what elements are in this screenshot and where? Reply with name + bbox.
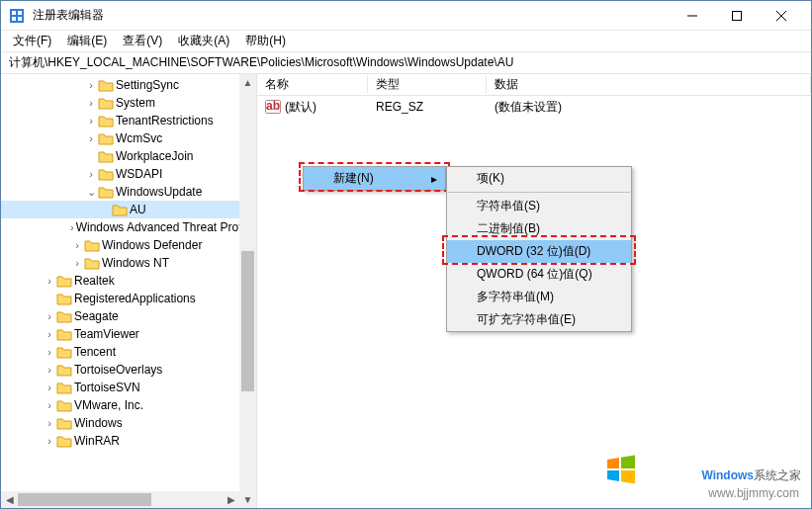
submenu-string[interactable]: 字符串值(S) (447, 195, 631, 217)
expand-icon[interactable]: › (70, 239, 84, 251)
list-row[interactable]: ab(默认) REG_SZ (数值未设置) (257, 98, 811, 116)
value-name: (默认) (285, 100, 316, 114)
close-button[interactable] (759, 2, 803, 30)
tree-item[interactable]: ›System (1, 94, 239, 112)
list-pane: 名称 类型 数据 ab(默认) REG_SZ (数值未设置) 新建(N) ▸ 项… (257, 74, 811, 508)
tree-item[interactable]: ›VMware, Inc. (1, 396, 239, 414)
folder-icon (56, 398, 72, 412)
column-type[interactable]: 类型 (368, 76, 487, 93)
expand-icon[interactable]: › (43, 275, 56, 287)
scroll-up-button[interactable]: ▲ (239, 74, 256, 91)
tree-item[interactable]: ›Windows Defender (1, 236, 239, 254)
tree-item-label: WSDAPI (116, 167, 162, 181)
address-bar[interactable]: 计算机\HKEY_LOCAL_MACHINE\SOFTWARE\Policies… (1, 52, 811, 74)
expand-icon[interactable]: › (43, 435, 56, 447)
expand-icon[interactable]: › (43, 382, 56, 393)
menu-separator (448, 192, 630, 193)
tree-item[interactable]: ⌄WindowsUpdate (1, 183, 239, 201)
tree-item[interactable]: ›TortoiseSVN (1, 379, 239, 396)
tree-vertical-scrollbar[interactable]: ▲ ▼ (239, 74, 256, 508)
scroll-left-button[interactable]: ◀ (1, 491, 18, 508)
menu-help[interactable]: 帮助(H) (237, 31, 294, 51)
folder-icon (98, 149, 114, 163)
svg-text:ab: ab (266, 100, 280, 113)
expand-icon[interactable]: › (84, 132, 98, 144)
scroll-down-button[interactable]: ▼ (239, 491, 256, 508)
svg-marker-14 (621, 470, 635, 484)
folder-icon (98, 131, 114, 145)
watermark-url: www.bjjmmy.com (708, 486, 799, 500)
column-data[interactable]: 数据 (487, 76, 811, 93)
tree-item[interactable]: ›WSDAPI (1, 165, 239, 183)
expand-icon[interactable]: › (84, 97, 98, 109)
scroll-thumb[interactable] (18, 493, 151, 506)
folder-icon (84, 238, 100, 252)
scroll-track[interactable] (18, 491, 223, 508)
tree-item[interactable]: ›Windows (1, 414, 239, 432)
tree-item[interactable]: ›Tencent (1, 343, 239, 361)
menu-file[interactable]: 文件(F) (5, 31, 59, 51)
submenu-qword[interactable]: QWORD (64 位)值(Q) (447, 263, 631, 286)
tree-item[interactable]: ›Windows NT (1, 254, 239, 272)
scroll-thumb[interactable] (241, 251, 254, 391)
value-data-cell: (数值未设置) (487, 99, 811, 116)
expand-icon[interactable]: › (84, 168, 98, 180)
expand-icon[interactable]: › (43, 328, 56, 340)
svg-rect-6 (732, 11, 741, 20)
expand-icon[interactable]: › (43, 399, 56, 411)
submenu-arrow-icon: ▸ (431, 172, 437, 186)
registry-tree[interactable]: ›SettingSync›System›TenantRestrictions›W… (1, 74, 256, 467)
expand-icon[interactable]: › (43, 364, 56, 376)
tree-item[interactable]: ›TeamViewer (1, 325, 239, 343)
submenu-binary[interactable]: 二进制值(B) (447, 217, 631, 240)
tree-item-label: TeamViewer (74, 327, 139, 341)
tree-item[interactable]: ›WinRAR (1, 432, 239, 450)
submenu-key[interactable]: 项(K) (447, 167, 631, 190)
expand-icon[interactable]: › (84, 79, 98, 91)
expand-icon[interactable]: › (43, 310, 56, 322)
minimize-button[interactable] (670, 2, 714, 30)
tree-item-label: WindowsUpdate (116, 185, 202, 199)
scroll-track[interactable] (239, 91, 256, 491)
tree-item[interactable]: ›WcmSvc (1, 129, 239, 147)
svg-rect-1 (12, 11, 16, 15)
tree-item-label: TortoiseOverlays (74, 363, 162, 377)
expand-icon[interactable]: › (70, 221, 74, 233)
tree-item[interactable]: ›Seagate (1, 307, 239, 325)
tree-item[interactable]: ›Realtek (1, 272, 239, 290)
context-new[interactable]: 新建(N) ▸ (304, 167, 445, 190)
menu-bar: 文件(F) 编辑(E) 查看(V) 收藏夹(A) 帮助(H) (1, 31, 811, 52)
tree-horizontal-scrollbar[interactable]: ◀ ▶ (1, 491, 239, 508)
expand-icon[interactable]: › (43, 346, 56, 358)
submenu-dword[interactable]: DWORD (32 位)值(D) (447, 240, 631, 263)
expand-icon[interactable]: › (43, 417, 56, 429)
svg-marker-11 (607, 458, 619, 468)
svg-marker-13 (607, 470, 619, 481)
menu-view[interactable]: 查看(V) (115, 31, 170, 51)
tree-item[interactable]: ›TortoiseOverlays (1, 361, 239, 379)
tree-item[interactable]: ›TenantRestrictions (1, 112, 239, 129)
tree-item[interactable]: AU (1, 201, 239, 218)
tree-item-label: SettingSync (116, 78, 179, 92)
tree-item[interactable]: WorkplaceJoin (1, 147, 239, 165)
tree-item-label: Windows (74, 416, 123, 430)
tree-item[interactable]: RegisteredApplications (1, 290, 239, 307)
scroll-right-button[interactable]: ▶ (223, 491, 239, 508)
list-body[interactable]: ab(默认) REG_SZ (数值未设置) (257, 96, 811, 118)
submenu-expandstring[interactable]: 可扩充字符串值(E) (447, 308, 631, 331)
tree-item-label: AU (130, 203, 146, 216)
column-name[interactable]: 名称 (257, 76, 368, 93)
expand-icon[interactable]: › (84, 115, 98, 127)
submenu-multistring[interactable]: 多字符串值(M) (447, 286, 631, 308)
folder-icon (56, 381, 72, 394)
folder-icon (56, 309, 72, 323)
tree-item[interactable]: ›SettingSync (1, 76, 239, 94)
collapse-icon[interactable]: ⌄ (84, 186, 98, 199)
expand-icon[interactable]: › (70, 257, 84, 269)
folder-icon (56, 327, 72, 341)
content-split: ›SettingSync›System›TenantRestrictions›W… (1, 74, 811, 508)
menu-favorites[interactable]: 收藏夹(A) (170, 31, 237, 51)
menu-edit[interactable]: 编辑(E) (59, 31, 115, 51)
maximize-button[interactable] (714, 2, 759, 30)
tree-item[interactable]: ›Windows Advanced Threat Protection (1, 218, 239, 236)
